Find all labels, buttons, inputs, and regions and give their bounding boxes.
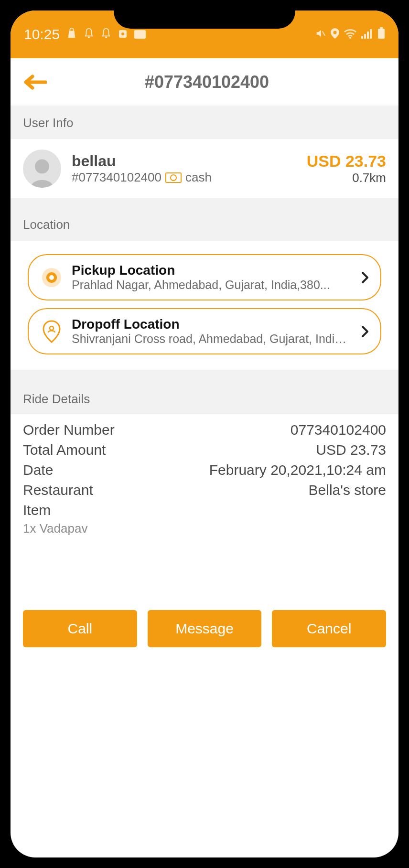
rd-value: 077340102400 — [291, 422, 386, 438]
header-bar: #077340102400 — [11, 58, 398, 106]
rd-label: Date — [23, 462, 53, 478]
card-icon — [134, 27, 146, 42]
wifi-icon — [344, 27, 356, 42]
svg-point-0 — [88, 36, 90, 38]
avatar — [23, 150, 61, 188]
dropoff-address: Shivranjani Cross road, Ahmedabad, Gujar… — [72, 332, 353, 346]
price-amount: USD 23.73 — [307, 152, 386, 171]
pickup-icon — [40, 266, 63, 289]
ride-item: 1x Vadapav — [23, 520, 386, 536]
chevron-right-icon — [361, 271, 369, 284]
svg-rect-13 — [378, 29, 385, 39]
call-button[interactable]: Call — [23, 610, 137, 647]
rd-value: Bella's store — [309, 482, 386, 498]
pickup-title: Pickup Location — [72, 263, 353, 278]
ride-details: Order Number077340102400 Total AmountUSD… — [11, 414, 398, 547]
chevron-right-icon — [361, 325, 369, 338]
svg-point-6 — [334, 31, 337, 34]
svg-line-5 — [323, 31, 325, 35]
svg-rect-4 — [134, 30, 146, 39]
rd-label: Item — [23, 502, 51, 518]
status-time: 10:25 — [24, 26, 60, 43]
svg-point-17 — [49, 275, 54, 280]
battery-icon — [377, 27, 385, 42]
svg-rect-9 — [364, 34, 366, 39]
rd-value: February 20,2021,10:24 am — [209, 462, 386, 478]
dropoff-icon — [40, 320, 63, 343]
cash-icon — [165, 172, 182, 183]
dropoff-title: Dropoff Location — [72, 317, 353, 332]
app-icon — [118, 27, 128, 42]
svg-point-3 — [121, 32, 124, 35]
cancel-button[interactable]: Cancel — [272, 610, 386, 647]
bell-icon — [101, 27, 111, 42]
signal-icon — [361, 27, 373, 42]
svg-point-7 — [349, 37, 351, 39]
bell-icon — [84, 27, 94, 42]
action-bar: Call Message Cancel — [11, 610, 398, 647]
pickup-location-card[interactable]: Pickup Location Prahlad Nagar, Ahmedabad… — [28, 254, 381, 300]
rd-label: Restaurant — [23, 482, 93, 498]
section-label-location: Location — [11, 208, 398, 241]
user-order-ref: #077340102400 — [72, 170, 161, 185]
section-label-user-info: User Info — [11, 106, 398, 139]
svg-rect-11 — [370, 29, 372, 39]
svg-rect-10 — [367, 32, 369, 39]
pickup-address: Prahlad Nagar, Ahmedabad, Gujarat, India… — [72, 278, 353, 292]
dropoff-location-card[interactable]: Dropoff Location Shivranjani Cross road,… — [28, 308, 381, 354]
svg-rect-8 — [361, 36, 363, 39]
distance: 0.7km — [307, 171, 386, 185]
section-label-ride-details: Ride Details — [11, 379, 398, 414]
page-title: #077340102400 — [28, 72, 386, 92]
rd-label: Order Number — [23, 422, 115, 438]
svg-point-14 — [35, 160, 49, 174]
payment-method: cash — [185, 170, 212, 185]
user-card: bellau #077340102400 cash USD 23.73 0.7k… — [11, 139, 398, 198]
mute-icon — [315, 27, 326, 42]
message-button[interactable]: Message — [148, 610, 262, 647]
rd-label: Total Amount — [23, 442, 106, 458]
location-icon — [331, 27, 339, 42]
svg-point-1 — [105, 36, 107, 38]
bag-icon — [66, 27, 77, 42]
rd-value: USD 23.73 — [316, 442, 386, 458]
svg-rect-12 — [380, 27, 383, 29]
user-name: bellau — [72, 152, 296, 170]
svg-point-18 — [50, 326, 54, 330]
